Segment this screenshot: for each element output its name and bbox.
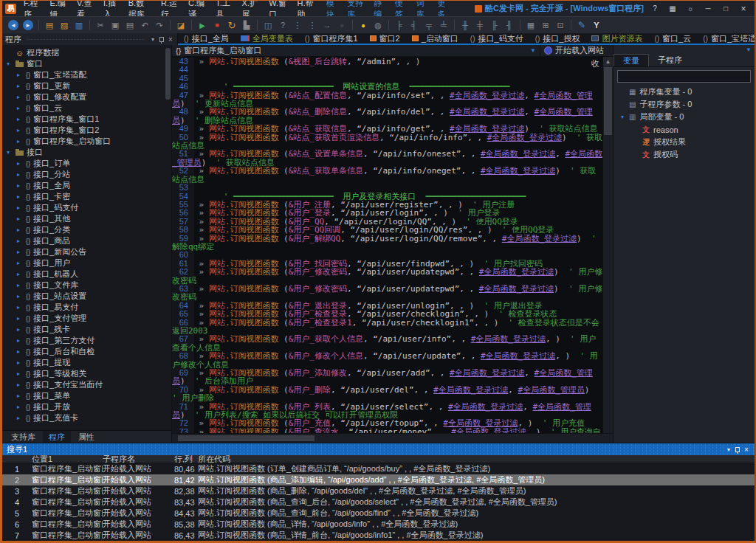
chevron-collapsed-icon[interactable]: ▸ (17, 226, 23, 233)
editor-vertical-scrollbar[interactable]: ▲ (602, 57, 613, 433)
chevron-expanded-icon[interactable]: ▾ (619, 114, 625, 120)
line-number[interactable]: 46 (172, 83, 188, 91)
minimize-icon[interactable]: ─ (700, 3, 716, 15)
tree-item[interactable]: ▸{}接口_易支付 (2, 302, 171, 313)
method-combo[interactable]: 开始载入网站 (540, 45, 613, 56)
paste-icon[interactable]: ▤ (123, 18, 137, 32)
tree-item[interactable]: ▸{}接口_码支付 (2, 202, 171, 213)
line-number[interactable]: 65 (172, 310, 188, 318)
chevron-collapsed-icon[interactable]: ▸ (17, 282, 23, 288)
tree-item[interactable]: ▸{}接口_机器人 (2, 269, 171, 280)
color-picker-pen-icon[interactable]: ✎ (575, 18, 588, 32)
step-into-icon[interactable]: ⋮ (291, 18, 304, 32)
chevron-collapsed-icon[interactable]: ▸ (17, 271, 23, 277)
open-file-icon[interactable]: ▨ (58, 18, 71, 32)
maximize-icon[interactable]: □ (718, 3, 734, 15)
tree-item[interactable]: ▸{}接口_全局 (2, 180, 171, 191)
doc-tab[interactable]: ()窗口_云 (648, 33, 697, 44)
h-spacing-icon[interactable]: ╟ (488, 18, 501, 32)
code-line[interactable]: 59 » 网站.订阅视图函数 (&用户_解绑QQ, “/api/user/log… (172, 235, 603, 252)
line-number[interactable]: 49 (172, 125, 188, 133)
chevron-collapsed-icon[interactable]: ▸ (17, 94, 23, 100)
variable-search-input[interactable] (617, 70, 751, 83)
run-icon[interactable]: ▶ (196, 18, 209, 32)
size-to-grid-icon[interactable]: ▦ (524, 18, 537, 32)
sidebar-dropdown-icon[interactable]: ▾ (149, 36, 157, 43)
chevron-collapsed-icon[interactable]: ▸ (17, 83, 23, 89)
restart-icon[interactable]: ↻ (225, 18, 238, 32)
chevron-collapsed-icon[interactable]: ▸ (17, 260, 23, 266)
chevron-collapsed-icon[interactable]: ▸ (17, 415, 23, 421)
tree-item[interactable]: ▸{}窗口程序集_启动窗口 (2, 136, 171, 147)
chevron-collapsed-icon[interactable]: ▸ (17, 193, 23, 200)
tree-item[interactable]: ▸{}接口_商品 (2, 235, 171, 246)
run-folder-icon[interactable]: ◪ (174, 18, 188, 32)
results-pin-icon[interactable] (735, 447, 740, 452)
breakpoint-icon[interactable]: ● (335, 18, 348, 32)
sidebar-tab-属性[interactable]: 属性 (72, 432, 100, 443)
chevron-collapsed-icon[interactable]: ▸ (17, 171, 23, 178)
doc-tab[interactable]: ()接口_码支付 (464, 33, 529, 44)
nav-back-icon[interactable]: ◄ (8, 20, 18, 30)
same-height-icon[interactable]: ╪ (473, 18, 487, 32)
code-line[interactable]: 68 » 网站.订阅视图函数 (&用户_修改个人信息, “/api/user/u… (172, 352, 603, 369)
chevron-collapsed-icon[interactable]: ▸ (17, 182, 23, 189)
code-line[interactable]: 63 » 网站.订阅视图函数 (&用户_修改密码, “/api/user/upd… (172, 285, 603, 302)
app-logo-icon[interactable]: 易 (5, 4, 16, 14)
chevron-collapsed-icon[interactable]: ▸ (17, 238, 23, 244)
redo-icon[interactable]: ↷ (153, 18, 166, 32)
tree-item[interactable]: ▸{}接口_站点设置 (2, 291, 171, 302)
chevron-collapsed-icon[interactable]: ▸ (17, 215, 23, 222)
tree-item[interactable]: ▸{}接口_订单 (2, 158, 171, 169)
code-line[interactable]: 73 » 网站.订阅视图函数 (&用户_查流水, “/api/user/mone… (172, 428, 603, 433)
tree-item[interactable]: ▸{}窗口_云 (2, 103, 171, 114)
chevron-collapsed-icon[interactable]: ▸ (17, 381, 23, 388)
tip-bulb-icon[interactable]: ● (357, 18, 370, 32)
nav-forward-icon[interactable]: ► (23, 20, 33, 30)
code-line[interactable]: 48 » 网站.订阅视图函数 (&站点_删除信息, “/api/info/del… (172, 108, 603, 125)
close-icon[interactable]: × (735, 3, 752, 15)
tree-item[interactable]: ▸{}接口_残卡 (2, 324, 171, 335)
quick-help-icon[interactable]: ? (276, 18, 289, 32)
tree-item[interactable]: ▸{}接口_等级相关 (2, 368, 171, 379)
tree-item[interactable]: ▾接口 (2, 147, 171, 158)
tree-item[interactable]: ▸{}接口_分站 (2, 169, 171, 180)
help-icon[interactable]: ? (647, 3, 663, 15)
chevron-collapsed-icon[interactable]: ▸ (17, 293, 23, 300)
variable-tree-item[interactable]: 逻授权结果 (614, 136, 755, 148)
tree-item[interactable]: ▸{}窗口程序集_窗口1 (2, 114, 171, 125)
sidebar-tab-程序[interactable]: 程序 (43, 431, 71, 443)
unit-combo[interactable]: {} 窗口程序集_启动窗口 ▼ (172, 45, 540, 56)
line-number[interactable]: 58 (172, 226, 188, 234)
sidebar-pin-icon[interactable] (159, 37, 164, 42)
variable-tree-item[interactable]: ▤子程序参数 - 0 (614, 98, 755, 111)
result-row[interactable]: 4窗口程序集_启动窗口开始载入网站83,43网站.订阅视图函数 (商品_查询_后… (2, 497, 755, 508)
tree-item[interactable]: ▸{}接口_卡密 (2, 191, 171, 202)
interface-tools-icon[interactable]: Y (590, 18, 603, 32)
tree-item[interactable]: ▸{}窗口_修改配置 (2, 91, 171, 103)
result-row[interactable]: 5窗口程序集_启动窗口开始载入网站84,43网站.订阅视图函数 (商品_查询_前… (2, 508, 755, 519)
align-right-icon[interactable]: ╡ (408, 18, 421, 32)
tree-item[interactable]: ▸{}接口_支付管理 (2, 313, 171, 324)
code-area[interactable]: 43 » 网站.订阅视图函数 (&视图_后台跳转, “/admin”, , )4… (172, 57, 613, 433)
same-width-icon[interactable]: ╫ (458, 18, 472, 32)
center-in-form-icon[interactable]: ⊞ (539, 18, 552, 32)
align-left-icon[interactable]: ╞ (393, 18, 406, 32)
tree-item[interactable]: ▸{}接口_新闻公告 (2, 246, 171, 257)
tree-item[interactable]: ☺程序数据 (2, 47, 171, 58)
panel-dropdown-icon[interactable]: ▼ (746, 46, 752, 53)
new-file-icon[interactable]: ▤ (43, 18, 56, 32)
code-line[interactable]: 52 » 网站.订阅视图函数 (&站点_获取单条信息, “/api/info/o… (172, 167, 603, 184)
settings-gear-icon[interactable]: ☼ (682, 3, 698, 15)
tree-item[interactable]: ▸{}接口_后台和自检 (2, 346, 171, 357)
code-line[interactable]: 47 » 网站.订阅视图函数 (&站点_配置信息, “/api/info/set… (172, 91, 603, 108)
collapse-button[interactable]: 收 (591, 58, 599, 69)
code-line[interactable]: 66 » 网站.订阅视图函数 (&用户_检查登录1, “/api/user/ch… (172, 319, 603, 336)
sidebar-close-icon[interactable]: × (167, 35, 174, 44)
code-line[interactable]: 67 » 网站.订阅视图函数 (&用户_获取个人信息, “/api/user/i… (172, 335, 603, 352)
chevron-collapsed-icon[interactable]: ▸ (17, 116, 23, 122)
tree-item[interactable]: ▸{}接口_分类 (2, 224, 171, 235)
tree-item[interactable]: ▸{}接口_第三方支付 (2, 335, 171, 346)
search-code-icon[interactable]: ◫ (261, 18, 275, 32)
tree-item[interactable]: ▸{}接口_用户 (2, 257, 171, 269)
